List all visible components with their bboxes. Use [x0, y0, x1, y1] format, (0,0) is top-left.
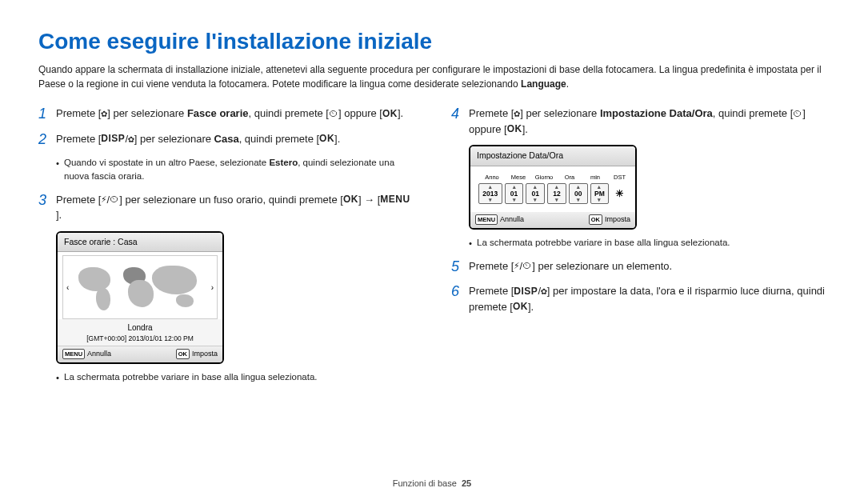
timer-icon: ⏲: [793, 109, 802, 118]
step-number: 5: [451, 258, 469, 276]
text: ].: [334, 133, 340, 145]
step-4: 4 Premete [✿] per selezionare Impostazio…: [451, 106, 826, 137]
bullet-dot: •: [469, 237, 472, 250]
text: ].: [528, 301, 534, 313]
step-4-note: • La schermata potrebbe variare in base …: [469, 236, 826, 250]
step-5: 5 Premete [⚡/⏲] per selezionare un eleme…: [451, 258, 826, 276]
step-1: 1 Premete [✿] per selezionare Fasce orar…: [38, 106, 413, 123]
step-number: 2: [38, 131, 56, 149]
world-map-graphic: [72, 256, 207, 318]
field-month[interactable]: ▴01▾: [505, 183, 524, 204]
ok-icon: OK: [343, 194, 358, 204]
step-2-note: • Quando vi spostate in un altro Paese, …: [56, 156, 413, 184]
ok-icon: OK: [507, 124, 522, 134]
lcd-dt-body: Anno Mese Giorno Ora min DST ▴2013▾ ▴01▾…: [470, 166, 635, 212]
impostazione-data-ora: Impostazione Data/Ora: [600, 107, 713, 119]
intro-language-word: Language: [521, 78, 566, 90]
text: ] oppure [: [338, 107, 382, 119]
label-dst: DST: [610, 173, 627, 182]
field-hour[interactable]: ▴12▾: [547, 183, 566, 204]
casa: Casa: [214, 133, 239, 145]
nav-left-arrow[interactable]: ‹: [66, 282, 69, 294]
label-min: min: [584, 173, 606, 182]
cancel-label: Annulla: [500, 215, 524, 223]
chevron-down-icon: ▾: [526, 196, 544, 205]
chevron-down-icon: ▾: [591, 196, 609, 205]
ok-icon: OK: [319, 134, 334, 143]
step-number: 1: [38, 106, 56, 123]
lcd-city: Londra: [58, 319, 222, 334]
ok-icon: OK: [513, 302, 528, 311]
step-body: Premete [DISP/✿] per impostare la data, …: [469, 283, 826, 314]
text: ].: [522, 123, 528, 135]
note-text: La schermata potrebbe variare in base al…: [64, 370, 317, 384]
lcd-datetime: [GMT+00:00] 2013/01/01 12:00 PM: [58, 334, 222, 346]
text: Premete [: [56, 194, 101, 206]
text: , quindi premete [: [713, 107, 793, 119]
flash-icon: ⚡: [514, 261, 519, 270]
chevron-down-icon: ▾: [506, 196, 523, 205]
chevron-down-icon: ▾: [479, 196, 502, 205]
lcd-confirm[interactable]: OKImposta: [176, 349, 218, 360]
text: Quando vi spostate in un altro Paese, se…: [64, 158, 269, 167]
field-day[interactable]: ▴01▾: [526, 183, 545, 204]
step-body: Premete [⚡/⏲] per selezionare un element…: [469, 258, 826, 274]
label-year: Anno: [480, 173, 504, 182]
disp-icon: DISP: [101, 134, 125, 143]
text: ].: [398, 107, 403, 119]
footer-page-number: 25: [462, 478, 471, 488]
disp-icon: DISP: [514, 286, 538, 296]
chevron-up-icon: ▴: [526, 183, 544, 192]
left-column: 1 Premete [✿] per selezionare Fasce orar…: [38, 106, 413, 393]
field-ampm[interactable]: ▴PM▾: [590, 183, 610, 204]
step-3-note: • La schermata potrebbe variare in base …: [56, 370, 413, 385]
flash-icon: ⚡: [101, 194, 106, 204]
note-text: La schermata potrebbe variare in base al…: [477, 236, 730, 250]
macro-flower-icon: ✿: [101, 108, 107, 118]
lcd-bottom-bar: MENUAnnulla OKImposta: [470, 212, 635, 228]
lcd-bottom-bar: MENUAnnulla OKImposta: [58, 346, 222, 362]
step-number: 3: [38, 192, 56, 210]
field-dst[interactable]: ☀: [611, 183, 627, 204]
lcd-datetime-screen: Impostazione Data/Ora Anno Mese Giorno O…: [469, 145, 637, 230]
intro-paragraph: Quando appare la schermata di installazi…: [38, 62, 826, 91]
chevron-up-icon: ▴: [479, 183, 502, 192]
menu-tag: MENU: [62, 349, 85, 359]
lcd-confirm[interactable]: OKImposta: [589, 214, 630, 226]
ok-icon: OK: [382, 109, 398, 118]
timer-icon: ⏲: [329, 109, 338, 118]
text: ] per selezionare: [107, 107, 187, 119]
step-6: 6 Premete [DISP/✿] per impostare la data…: [451, 283, 826, 314]
dt-field-labels: Anno Mese Giorno Ora min DST: [478, 173, 627, 182]
note-text: Quando vi spostate in un altro Paese, se…: [64, 156, 413, 184]
text: Premete [: [469, 285, 514, 297]
nav-right-arrow[interactable]: ›: [211, 282, 214, 294]
lcd-cancel[interactable]: MENUAnnulla: [62, 349, 111, 360]
menu-icon: MENU: [380, 194, 410, 204]
text: Premete [: [56, 107, 101, 119]
macro-flower-icon: ✿: [128, 134, 134, 144]
set-label: Imposta: [605, 215, 630, 223]
page-footer: Funzioni di base 25: [0, 478, 864, 488]
text: ] per selezionare un fuso orario, quindi…: [119, 194, 343, 206]
chevron-up-icon: ▴: [548, 183, 566, 192]
right-column: 4 Premete [✿] per selezionare Impostazio…: [451, 106, 826, 393]
field-min[interactable]: ▴00▾: [569, 183, 588, 204]
chevron-down-icon: ▾: [570, 196, 587, 205]
intro-text: Quando appare la schermata di installazi…: [38, 64, 822, 90]
step-body: Premete [⚡/⏲] per selezionare un fuso or…: [56, 192, 413, 223]
field-year[interactable]: ▴2013▾: [478, 183, 502, 204]
timer-icon: ⏲: [110, 194, 119, 204]
footer-section: Funzioni di base: [393, 478, 457, 488]
macro-flower-icon: ✿: [541, 286, 547, 296]
page-title: Come eseguire l'installazione iniziale: [38, 29, 826, 54]
step-number: 6: [451, 283, 469, 301]
lcd-cancel[interactable]: MENUAnnulla: [475, 214, 524, 226]
text: ] → [: [358, 194, 380, 206]
step-body: Premete [DISP/✿] per selezionare Casa, q…: [56, 131, 413, 147]
text: ] per selezionare: [520, 107, 600, 119]
step-body: Premete [✿] per selezionare Fasce orarie…: [56, 106, 413, 122]
text: , quindi premete [: [239, 133, 319, 145]
step-body: Premete [✿] per selezionare Impostazione…: [469, 106, 826, 137]
sun-dst-icon: ☀: [615, 186, 624, 201]
